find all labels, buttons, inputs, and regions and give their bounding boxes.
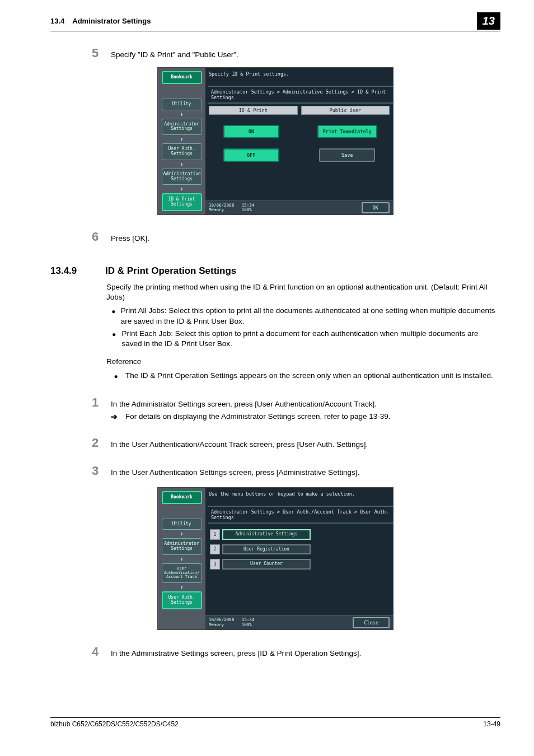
chevron-down-icon: ⬇: [180, 186, 183, 192]
sidebar-item-user-auth-account[interactable]: User Authentication/ Account Track: [162, 563, 202, 583]
step-number: 4: [84, 646, 106, 658]
list-item: ● The ID & Print Operation Settings appe…: [106, 371, 500, 381]
list-item: ● Print All Jobs: Select this option to …: [106, 306, 500, 326]
sidebar-item-admin-settings[interactable]: Administrator Settings: [162, 119, 202, 136]
menu-button-user-registration[interactable]: User Registration: [222, 544, 311, 555]
step-text: Press [OK].: [111, 231, 500, 242]
sidebar-item-utility[interactable]: Utility: [162, 99, 202, 110]
bullet-text: Print Each Job: Select this option to pr…: [121, 329, 500, 349]
column-headers: ID & Print Public User: [209, 106, 390, 115]
bullet-list: ● Print All Jobs: Select this option to …: [106, 306, 500, 349]
ok-button[interactable]: OK: [362, 202, 390, 213]
breadcrumb: Administrator Settings > Administrative …: [208, 86, 393, 104]
step-5: 5 Specify "ID & Print" and "Public User"…: [50, 47, 500, 59]
footer-model: bizhub C652/C652DS/C552/C552DS/C452: [50, 720, 179, 728]
step-3: 3 In the User Authentication Settings sc…: [50, 465, 500, 477]
intro-paragraph: Specify the printing method when using t…: [106, 282, 500, 302]
sidebar-item-administrative[interactable]: Administrative Settings: [162, 169, 202, 185]
header-section-num: 13.4: [50, 17, 64, 25]
arrow-right-icon: ➔: [111, 412, 125, 421]
footer-page: 13-49: [483, 720, 500, 728]
bullet-text: The ID & Print Operation Settings appear…: [125, 371, 493, 381]
step-number: 1: [84, 396, 106, 409]
col-header-public-user: Public User: [301, 106, 390, 115]
step-1: 1 In the Administrator Settings screen, …: [50, 396, 500, 409]
sidebar-item-user-auth[interactable]: User Auth. Settings: [162, 143, 202, 160]
step-number: 2: [84, 437, 106, 449]
breadcrumb: Administrator Settings > User Auth./Acco…: [208, 506, 393, 524]
step-number: 5: [84, 47, 106, 59]
step-text: In the User Authentication Settings scre…: [111, 465, 500, 477]
step-4: 4 In the Administrative Settings screen,…: [50, 646, 500, 658]
step-number: 6: [84, 231, 106, 243]
bullet-icon: ●: [106, 329, 121, 349]
save-button[interactable]: Save: [319, 148, 375, 162]
reference-label: Reference: [106, 357, 500, 367]
close-button[interactable]: Close: [353, 617, 390, 628]
status-bar: 10/06/2008 15:34 Memory 100% OK: [205, 200, 393, 214]
off-button[interactable]: OFF: [223, 148, 279, 162]
on-button[interactable]: ON: [223, 125, 279, 138]
step-number: 3: [84, 465, 106, 477]
instruction-text: Use the menu buttons or keypad to make a…: [205, 488, 393, 506]
section-title: ID & Print Operation Settings: [105, 265, 236, 277]
main-panel: Specify ID & Print settings. Administrat…: [205, 68, 393, 214]
section-heading: 13.4.9 ID & Print Operation Settings: [50, 265, 500, 277]
embedded-screenshot-2: Bookmark Utility ⬇ Administrator Setting…: [157, 487, 394, 630]
menu-button-administrative-settings[interactable]: Administrative Settings: [222, 529, 311, 540]
section-number: 13.4.9: [50, 265, 105, 277]
sidebar: Bookmark Utility ⬇ Administrator Setting…: [158, 68, 205, 214]
col-header-id-print: ID & Print: [209, 106, 298, 115]
chevron-down-icon: ⬇: [180, 136, 183, 142]
header-section: 13.4 Administrator Settings: [50, 17, 151, 25]
sidebar-item-user-auth-settings[interactable]: User Auth. Settings: [162, 591, 202, 609]
step-text: Specify "ID & Print" and "Public User".: [111, 47, 500, 59]
print-immediately-button[interactable]: Print Immediately: [317, 125, 377, 138]
breadcrumb-text: Administrator Settings > User Auth./Acco…: [211, 509, 390, 520]
sidebar-item-admin-settings[interactable]: Administrator Settings: [162, 538, 202, 555]
page-footer: bizhub C652/C652DS/C552/C552DS/C452 13-4…: [50, 717, 500, 728]
menu-item-3[interactable]: 3 User Counter: [210, 559, 311, 570]
sidebar-item-id-print[interactable]: ID & Print Settings: [162, 193, 202, 211]
status-bar: 10/06/2008 15:34 Memory 100% Close: [205, 615, 393, 629]
bullet-icon: ●: [106, 371, 125, 381]
sub-step-text: For details on displaying the Administra…: [125, 412, 391, 421]
instruction-text: Specify ID & Print settings.: [205, 68, 393, 86]
menu-button-user-counter[interactable]: User Counter: [222, 559, 311, 570]
step-6: 6 Press [OK].: [50, 231, 500, 243]
reference-list: ● The ID & Print Operation Settings appe…: [106, 371, 500, 381]
embedded-screenshot-1: Bookmark Utility ⬇ Administrator Setting…: [157, 67, 394, 215]
bullet-text: Print All Jobs: Select this option to pr…: [121, 306, 500, 326]
chevron-down-icon: ⬇: [180, 584, 183, 590]
sidebar: Bookmark Utility ⬇ Administrator Setting…: [158, 488, 205, 629]
chevron-down-icon: ⬇: [180, 531, 183, 537]
list-item: ● Print Each Job: Select this option to …: [106, 329, 500, 349]
step-text: In the User Authentication/Account Track…: [111, 437, 500, 449]
sub-step: ➔ For details on displaying the Administ…: [111, 412, 500, 421]
menu-item-2[interactable]: 2 User Registration: [210, 544, 311, 555]
bullet-icon: ●: [106, 306, 121, 326]
page-badge: 13: [477, 12, 500, 30]
chevron-down-icon: ⬇: [180, 556, 183, 562]
chevron-down-icon: ⬇: [180, 111, 183, 118]
bookmark-button[interactable]: Bookmark: [162, 71, 202, 84]
sidebar-item-utility[interactable]: Utility: [162, 519, 202, 530]
main-panel: Use the menu buttons or keypad to make a…: [205, 488, 393, 629]
step-2: 2 In the User Authentication/Account Tra…: [50, 437, 500, 449]
header-section-title: Administrator Settings: [72, 17, 151, 25]
menu-number: 3: [210, 559, 220, 570]
chevron-down-icon: ⬇: [180, 161, 183, 167]
menu-list: 1 Administrative Settings 2 User Registr…: [205, 524, 393, 575]
breadcrumb-text: Administrator Settings > Administrative …: [211, 89, 390, 100]
step-text: In the Administrator Settings screen, pr…: [111, 396, 500, 408]
step-text: In the Administrative Settings screen, p…: [111, 646, 500, 657]
status-text: 10/06/2008 15:34 Memory 100%: [209, 618, 254, 627]
status-text: 10/06/2008 15:34 Memory 100%: [209, 203, 254, 213]
bookmark-button[interactable]: Bookmark: [162, 491, 202, 504]
menu-number: 1: [210, 529, 220, 540]
page-header: 13.4 Administrator Settings 13: [50, 17, 500, 31]
menu-item-1[interactable]: 1 Administrative Settings: [210, 529, 311, 540]
menu-number: 2: [210, 544, 220, 555]
